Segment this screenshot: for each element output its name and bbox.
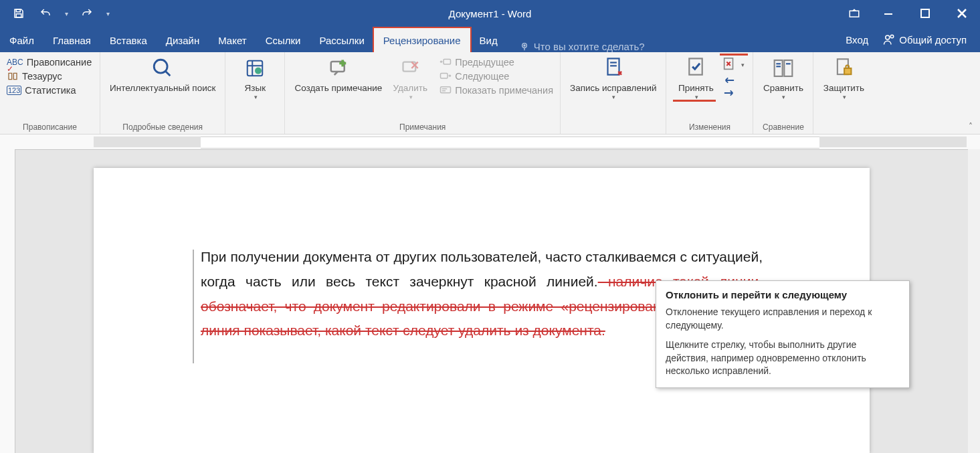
stats-icon: 123 [7,86,21,95]
svg-rect-31 [775,60,783,76]
thesaurus-button[interactable]: Тезаурус [5,70,93,82]
annotation-underline [673,100,716,102]
save-button[interactable] [7,1,31,25]
svg-point-11 [154,60,167,73]
tab-file[interactable]: Файл [0,28,43,52]
maximize-button[interactable] [906,0,943,27]
share-button[interactable]: Общий доступ [878,33,976,46]
group-changes: Принять▾ ▾ Изменени [666,52,753,134]
delete-comment-button[interactable]: Удалить▾ [386,55,434,100]
lock-icon [831,56,856,80]
language-button[interactable]: Язык▾ [231,55,279,100]
prev-change-icon [722,75,737,86]
change-bar[interactable] [193,250,194,363]
redo-button[interactable] [75,1,99,25]
tab-review[interactable]: Рецензирование [374,28,470,52]
collapse-ribbon[interactable]: ˄ [965,122,976,131]
word-window: ▾ ▾ Документ1 - Word Файл Главная Вставк… [0,0,980,453]
tab-references[interactable]: Ссылки [256,28,310,52]
horizontal-ruler[interactable] [0,134,980,150]
word-count-button[interactable]: 123 Статистика [5,84,93,96]
group-label-compare: Сравнение [759,121,807,134]
tab-insert[interactable]: Вставка [100,28,157,52]
svg-rect-0 [16,9,20,12]
sign-in-link[interactable]: Вход [836,34,878,46]
group-label-changes: Изменения [672,121,747,134]
tab-design[interactable]: Дизайн [157,28,209,52]
tab-mailings[interactable]: Рассылки [310,28,373,52]
tab-home[interactable]: Главная [43,28,100,52]
svg-rect-32 [784,60,792,76]
ribbon-display-options[interactable] [839,0,870,27]
protect-button[interactable]: Защитить▾ [819,55,868,100]
next-comment-button[interactable]: Следующее [438,70,555,82]
previous-change-button[interactable] [721,74,745,86]
quick-access-toolbar: ▾ ▾ [0,0,114,27]
svg-rect-23 [441,87,451,93]
group-tracking: Запись исправлений▾ [561,52,666,134]
svg-rect-1 [16,14,21,17]
spelling-icon: ABC✓ [7,58,23,67]
compare-button[interactable]: Сравнить▾ [759,55,807,100]
accept-icon [684,56,708,80]
group-insights: Интеллектуальный поиск Подробные сведени… [100,52,225,134]
svg-rect-22 [441,74,448,79]
delete-comment-icon [398,56,422,80]
group-language: Язык▾ [225,52,285,134]
compare-icon [771,56,795,80]
svg-rect-21 [444,60,451,65]
next-change-icon [722,88,737,98]
globe-icon [243,56,267,80]
window-title: Документ1 - Word [449,8,532,19]
track-changes-button[interactable]: Запись исправлений▾ [566,55,660,100]
show-comments-icon [439,86,452,95]
svg-rect-2 [850,11,859,17]
svg-rect-26 [607,58,619,74]
tooltip-text-2: Щелкните стрелку, чтобы выполнить другие… [666,339,900,378]
group-protect: Защитить▾ [813,52,874,134]
smart-lookup-button[interactable]: Интеллектуальный поиск [106,55,219,94]
window-controls [839,0,980,27]
prev-comment-icon [439,58,452,67]
reject-button[interactable]: ▾ [721,56,745,74]
reject-tooltip: Отклонить и перейти к следующему Отклоне… [656,280,910,388]
reject-icon [722,57,737,73]
svg-point-8 [524,45,525,46]
tab-layout[interactable]: Макет [209,28,256,52]
next-change-button[interactable] [721,87,745,99]
titlebar: ▾ ▾ Документ1 - Word [0,0,980,27]
document-area: L При получении документа от других поль… [0,134,980,453]
magnifier-icon [151,56,175,80]
minimize-button[interactable] [870,0,906,27]
svg-point-14 [255,68,262,74]
svg-rect-37 [845,68,852,74]
tab-view[interactable]: Вид [470,28,507,52]
group-proofing: ABC✓ Правописание Тезаурус 123 Статистик… [0,52,100,134]
vertical-ruler[interactable] [0,149,15,453]
ribbon: ABC✓ Правописание Тезаурус 123 Статистик… [0,52,980,134]
annotation-underline [720,54,748,56]
accept-button[interactable]: Принять▾ [672,55,720,100]
tooltip-text-1: Отклонение текущего исправления и перехо… [666,306,900,332]
qat-customize[interactable]: ▾ [102,10,114,17]
spelling-button[interactable]: ABC✓ Правописание [5,56,93,68]
new-comment-button[interactable]: Создать примечание [290,55,386,94]
vertical-scrollbar[interactable] [968,149,980,453]
group-comments: Создать примечание Удалить▾ Предыдущее [285,52,561,134]
undo-dropdown[interactable]: ▾ [60,10,72,17]
close-button[interactable] [943,0,980,27]
group-compare: Сравнить▾ Сравнение [753,52,813,134]
undo-button[interactable] [33,1,58,25]
group-label-proofing: Правописание [5,121,94,134]
group-label-comments: Примечания [290,121,555,134]
tell-me-placeholder: Что вы хотите сделать? [534,41,645,52]
tooltip-title: Отклонить и перейти к следующему [666,288,900,302]
tell-me-search[interactable]: Что вы хотите сделать? [519,41,645,52]
svg-rect-4 [921,9,929,17]
svg-point-10 [890,35,894,38]
previous-comment-button[interactable]: Предыдущее [438,56,555,68]
svg-point-9 [886,35,890,39]
group-label-insights: Подробные сведения [106,121,219,134]
show-comments-button[interactable]: Показать примечания [438,84,555,96]
ribbon-tabs: Файл Главная Вставка Дизайн Макет Ссылки… [0,27,980,52]
